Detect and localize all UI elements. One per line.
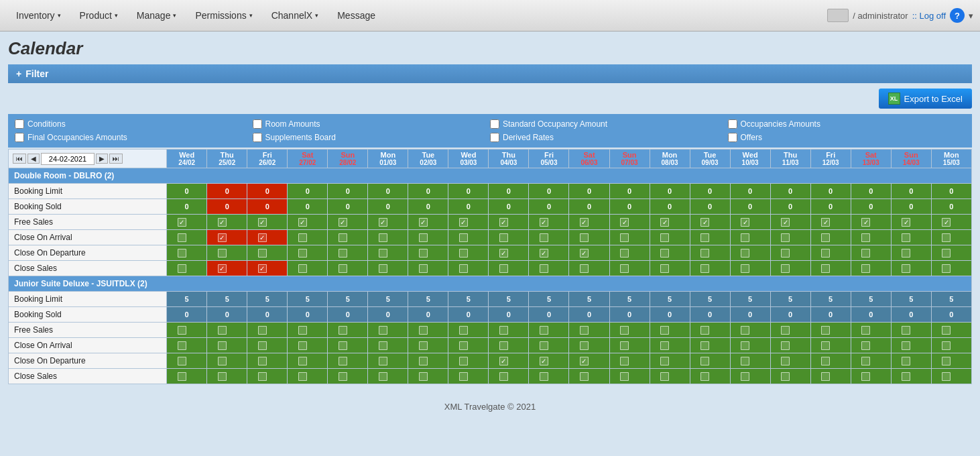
data-cell[interactable] [770,261,810,276]
data-cell[interactable] [529,369,569,384]
data-cell[interactable] [408,230,448,245]
data-cell[interactable] [810,369,851,384]
data-cell[interactable] [609,261,650,276]
checkbox-cell[interactable] [781,372,790,381]
data-cell[interactable] [690,215,730,230]
checkbox-cell[interactable] [741,326,749,335]
data-cell[interactable] [730,323,770,338]
checkbox-cell[interactable] [700,357,709,365]
checkbox-cell[interactable] [379,326,387,335]
data-cell[interactable] [851,230,891,245]
checkbox-cell[interactable] [861,218,870,227]
data-cell[interactable] [851,261,891,276]
data-cell[interactable] [167,338,207,353]
checkbox-cell[interactable] [821,326,830,335]
checkbox-cell[interactable] [379,249,387,258]
data-cell[interactable] [810,215,851,230]
checkbox-cell[interactable] [942,233,951,242]
checkbox-cell[interactable] [700,372,709,381]
data-cell[interactable]: 0 [207,307,247,323]
data-cell[interactable] [288,261,328,276]
checkbox-cell[interactable] [620,341,629,350]
checkbox-cell[interactable] [298,233,307,242]
data-cell[interactable] [730,245,770,261]
data-cell[interactable] [569,261,609,276]
data-cell[interactable]: 0 [288,184,328,199]
data-cell[interactable] [931,369,971,384]
checkbox-cell[interactable] [339,218,347,227]
checkbox-cell[interactable] [218,233,227,242]
data-cell[interactable] [448,353,489,369]
data-cell[interactable]: 0 [408,307,448,323]
checkbox-cell[interactable] [942,218,951,227]
checkbox-cell[interactable] [178,218,186,227]
data-cell[interactable] [891,245,931,261]
data-cell[interactable] [328,369,368,384]
data-cell[interactable] [650,369,690,384]
data-cell[interactable] [408,245,448,261]
checkbox-cell[interactable] [459,357,468,365]
data-cell[interactable]: 0 [247,199,288,215]
data-cell[interactable]: 0 [730,199,770,215]
data-cell[interactable] [448,323,489,338]
checkbox-cell[interactable] [419,326,428,335]
data-cell[interactable] [690,323,730,338]
data-cell[interactable] [851,215,891,230]
checkbox-cell[interactable] [419,218,428,227]
data-cell[interactable] [770,245,810,261]
checkbox-cell[interactable] [781,357,790,365]
data-cell[interactable] [891,261,931,276]
data-cell[interactable]: 5 [730,292,770,307]
checkbox-cell[interactable] [459,264,468,273]
data-cell[interactable]: 0 [167,184,207,199]
data-cell[interactable] [569,245,609,261]
checkbox-cell[interactable] [660,218,669,227]
checkbox-cell[interactable] [499,233,508,242]
data-cell[interactable] [770,323,810,338]
checkbox-cell[interactable] [540,341,548,350]
data-cell[interactable]: 5 [288,292,328,307]
data-cell[interactable] [569,369,609,384]
data-cell[interactable] [368,261,408,276]
checkbox-cell[interactable] [379,233,387,242]
data-cell[interactable]: 0 [569,199,609,215]
data-cell[interactable]: 0 [207,199,247,215]
checkbox-cell[interactable] [459,372,468,381]
data-cell[interactable] [810,323,851,338]
data-cell[interactable] [368,230,408,245]
checkbox-cell[interactable] [580,249,589,258]
checkbox-cell[interactable] [178,233,186,242]
data-cell[interactable] [650,245,690,261]
checkbox-cell[interactable] [700,326,709,335]
data-cell[interactable] [851,369,891,384]
checkbox-cell[interactable] [620,326,629,335]
data-cell[interactable] [931,353,971,369]
data-cell[interactable]: 0 [448,307,489,323]
checkbox-cell[interactable] [942,249,951,258]
checkbox-cell[interactable] [580,341,589,350]
data-cell[interactable]: 0 [650,307,690,323]
data-cell[interactable] [609,338,650,353]
data-cell[interactable] [931,338,971,353]
data-cell[interactable] [489,353,529,369]
data-cell[interactable] [368,323,408,338]
checkbox-cell[interactable] [821,264,830,273]
data-cell[interactable] [368,353,408,369]
data-cell[interactable] [408,215,448,230]
nav-item-permissions[interactable]: Permissions▾ [186,2,261,29]
data-cell[interactable] [489,230,529,245]
data-cell[interactable] [690,353,730,369]
data-cell[interactable] [770,353,810,369]
nav-last-button[interactable]: ⏭ [109,154,123,164]
checkbox-cell[interactable] [379,372,387,381]
data-cell[interactable]: 0 [529,184,569,199]
checkbox-cell[interactable] [781,249,790,258]
data-cell[interactable] [448,215,489,230]
data-cell[interactable] [891,353,931,369]
checkbox-cell[interactable] [540,218,548,227]
data-cell[interactable]: 5 [167,292,207,307]
data-cell[interactable] [167,230,207,245]
data-cell[interactable] [167,353,207,369]
checkbox-cell[interactable] [419,233,428,242]
data-cell[interactable]: 0 [247,307,288,323]
